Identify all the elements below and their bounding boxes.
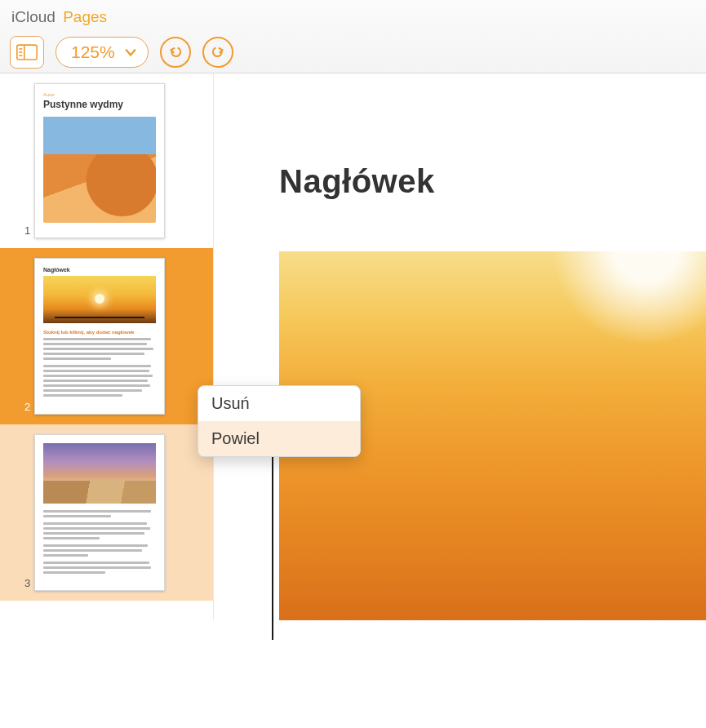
page-heading[interactable]: Nagłówek [279,163,706,200]
thumbnail-preview: Autor Pustynne wydmy [34,83,165,238]
document-canvas[interactable]: Nagłówek [214,73,706,620]
doc-title: Pustynne wydmy [43,99,156,110]
toolbar-row: 125% [10,36,696,69]
thumbnail-preview: Nagłówek Stuknij lub kliknij, aby dodać … [34,258,165,415]
zoom-level-label: 125% [71,42,115,62]
brand-app: Pages [63,8,107,25]
page-thumbnail-2[interactable]: 2 Nagłówek Stuknij lub kliknij, aby doda… [0,248,213,424]
callout-line [272,452,273,640]
cover-image [43,117,156,223]
undo-button[interactable] [160,37,191,68]
page-number: 3 [24,577,30,589]
page-number: 2 [24,401,30,413]
page-thumbnail-3[interactable]: 3 [0,424,213,601]
thumb-image [43,443,156,504]
thumb-body-text [43,510,156,574]
zoom-dropdown[interactable]: 125% [56,37,149,68]
chevron-down-icon [125,47,136,58]
toolbar: iCloud Pages 125% [0,0,706,73]
context-menu: Usuń Powiel [198,385,361,457]
page-number: 1 [24,224,30,237]
brand-cloud: iCloud [11,8,56,25]
context-menu-duplicate[interactable]: Powiel [198,421,360,456]
redo-button[interactable] [202,37,233,68]
thumb-heading: Nagłówek [43,267,156,273]
author-label: Autor [43,92,156,97]
page-navigator[interactable]: 1 Autor Pustynne wydmy 2 Nagłówek Stukni… [0,73,214,620]
redo-icon [211,45,225,60]
sidebar-toggle-icon [16,44,38,60]
brand: iCloud Pages [10,5,696,26]
workspace: 1 Autor Pustynne wydmy 2 Nagłówek Stukni… [0,73,706,620]
thumb-image [43,276,156,323]
view-options-button[interactable] [10,36,44,69]
thumb-subheading: Stuknij lub kliknij, aby dodać nagłówek [43,330,156,335]
thumb-body-text [43,338,156,397]
undo-icon [168,45,183,60]
page-thumbnail-1[interactable]: 1 Autor Pustynne wydmy [0,73,213,248]
thumbnail-preview [34,434,165,591]
context-menu-delete[interactable]: Usuń [198,386,360,421]
